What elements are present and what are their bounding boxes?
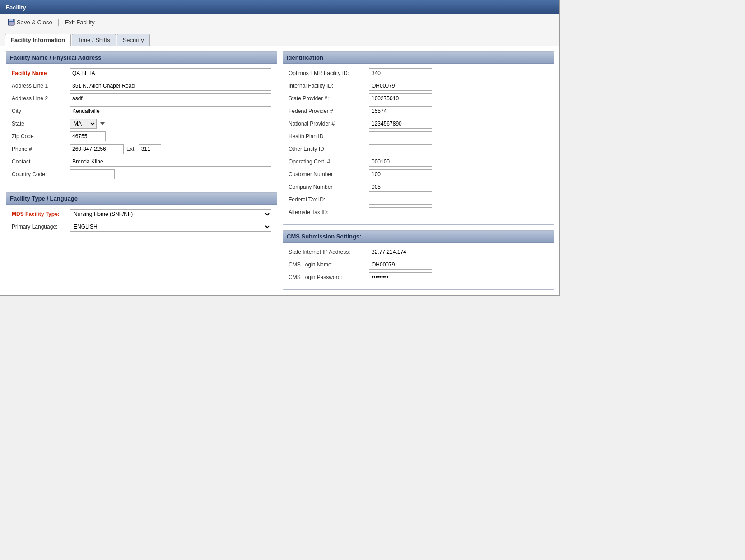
save-close-label: Save & Close [17, 19, 52, 26]
id-row-3: Federal Provider # [289, 106, 548, 116]
address2-label: Address Line 2 [12, 95, 66, 102]
id-input-9[interactable] [369, 182, 432, 192]
mds-type-label: MDS Facility Type: [12, 211, 66, 217]
country-row: Country Code: [12, 169, 271, 179]
address1-row: Address Line 1 [12, 81, 271, 91]
country-label: Country Code: [12, 171, 66, 177]
id-label-0: Optimus EMR Facility ID: [289, 70, 365, 76]
id-row-7: Operating Cert. # [289, 157, 548, 167]
exit-facility-button[interactable]: Exit Facility [62, 18, 98, 27]
toolbar: Save & Close | Exit Facility [0, 14, 559, 30]
id-input-5[interactable] [369, 131, 432, 141]
id-label-9: Company Number [289, 184, 365, 190]
state-select[interactable]: MA OH IN [70, 119, 97, 129]
state-row: State MA OH IN [12, 119, 271, 129]
id-input-4[interactable] [369, 119, 432, 129]
identification-header: Identification [283, 52, 554, 64]
title-bar: Facility [0, 0, 559, 14]
id-label-8: Customer Number [289, 171, 365, 177]
facility-name-input[interactable] [70, 68, 271, 78]
id-label-4: National Provider # [289, 121, 365, 127]
contact-input[interactable] [70, 157, 271, 167]
primary-lang-select[interactable]: ENGLISH [70, 222, 271, 232]
ext-input[interactable] [139, 144, 161, 154]
id-label-5: Health Plan ID [289, 133, 365, 140]
main-content: Facility Name / Physical Address Facilit… [0, 46, 559, 295]
cms-label-1: CMS Login Name: [289, 261, 365, 268]
tab-facility-information[interactable]: Facility Information [5, 34, 71, 46]
id-input-7[interactable] [369, 157, 432, 167]
svg-marker-3 [100, 122, 105, 125]
id-label-1: Internal Facility ID: [289, 83, 365, 89]
cms-row-1: CMS Login Name: [289, 260, 548, 270]
phone-label: Phone # [12, 146, 66, 152]
cms-body: State Internet IP Address: CMS Login Nam… [283, 243, 554, 289]
contact-label: Contact [12, 159, 66, 165]
mds-type-select[interactable]: Nursing Home (SNF/NF) [70, 209, 271, 219]
id-label-2: State Provider #: [289, 95, 365, 102]
address2-row: Address Line 2 [12, 93, 271, 103]
primary-lang-row: Primary Language: ENGLISH [12, 222, 271, 232]
id-input-1[interactable] [369, 81, 432, 91]
facility-name-row: Facility Name [12, 68, 271, 78]
zip-input[interactable] [70, 131, 106, 141]
id-row-10: Federal Tax ID: [289, 195, 548, 205]
address1-label: Address Line 1 [12, 83, 66, 89]
physical-address-section: Facility Name / Physical Address Facilit… [6, 51, 277, 187]
state-dropdown-icon [100, 121, 105, 126]
id-row-11: Alternate Tax ID: [289, 207, 548, 217]
tabs-bar: Facility Information Time / Shifts Secur… [0, 30, 559, 46]
save-icon [8, 19, 15, 26]
id-label-6: Other Entity ID [289, 146, 365, 152]
id-input-0[interactable] [369, 68, 432, 78]
zip-row: Zip Code [12, 131, 271, 141]
phone-fields: Ext. [70, 144, 161, 154]
id-label-10: Federal Tax ID: [289, 196, 365, 203]
facility-type-body: MDS Facility Type: Nursing Home (SNF/NF)… [6, 205, 277, 239]
svg-rect-1 [9, 19, 13, 21]
save-close-button[interactable]: Save & Close [5, 17, 55, 27]
physical-address-body: Facility Name Address Line 1 Address Lin… [6, 64, 277, 187]
id-row-6: Other Entity ID [289, 144, 548, 154]
address1-input[interactable] [70, 81, 271, 91]
id-input-11[interactable] [369, 207, 432, 217]
toolbar-separator: | [55, 18, 62, 26]
cms-row-0: State Internet IP Address: [289, 247, 548, 257]
cms-header: CMS Submission Settings: [283, 231, 554, 243]
id-row-1: Internal Facility ID: [289, 81, 548, 91]
ext-label: Ext. [126, 146, 136, 152]
city-label: City [12, 108, 66, 114]
cms-label-0: State Internet IP Address: [289, 249, 365, 255]
tab-security[interactable]: Security [117, 34, 150, 46]
id-input-6[interactable] [369, 144, 432, 154]
id-row-9: Company Number [289, 182, 548, 192]
cms-input-0[interactable] [369, 247, 432, 257]
country-input[interactable] [70, 169, 115, 179]
address2-input[interactable] [70, 93, 271, 103]
city-row: City [12, 106, 271, 116]
cms-input-1[interactable] [369, 260, 432, 270]
id-input-3[interactable] [369, 106, 432, 116]
id-label-3: Federal Provider # [289, 108, 365, 114]
id-input-10[interactable] [369, 195, 432, 205]
app-window: Facility Save & Close | Exit Facility Fa… [0, 0, 560, 296]
phone-row: Phone # Ext. [12, 144, 271, 154]
mds-type-row: MDS Facility Type: Nursing Home (SNF/NF) [12, 209, 271, 219]
id-label-7: Operating Cert. # [289, 159, 365, 165]
id-input-8[interactable] [369, 169, 432, 179]
phone-input[interactable] [70, 144, 124, 154]
id-row-4: National Provider # [289, 119, 548, 129]
id-row-8: Customer Number [289, 169, 548, 179]
id-row-2: State Provider #: [289, 93, 548, 103]
id-input-2[interactable] [369, 93, 432, 103]
facility-type-header: Facility Type / Language [6, 193, 277, 205]
cms-label-2: CMS Login Password: [289, 274, 365, 280]
identification-body: Optimus EMR Facility ID: Internal Facili… [283, 64, 554, 224]
zip-label: Zip Code [12, 133, 66, 140]
cms-input-2[interactable] [369, 272, 432, 282]
identification-section: Identification Optimus EMR Facility ID: … [283, 51, 554, 225]
title-text: Facility [6, 4, 26, 11]
tab-time-shifts[interactable]: Time / Shifts [72, 34, 116, 46]
city-input[interactable] [70, 106, 271, 116]
state-label: State [12, 121, 66, 127]
